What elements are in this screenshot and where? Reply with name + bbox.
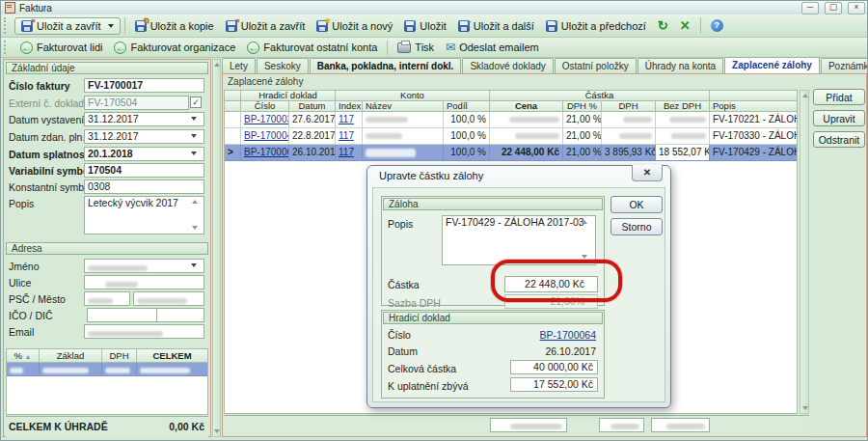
scroll-down-icon[interactable]	[582, 255, 587, 259]
ico-field[interactable]	[87, 308, 158, 322]
col-bez-dph[interactable]: Bez DPH	[656, 101, 710, 111]
edit-button[interactable]: Upravit	[813, 110, 865, 126]
vat-pct-column-header[interactable]: % ▲	[7, 349, 40, 362]
scroll-up-icon[interactable]	[214, 63, 220, 67]
tab-skladove-doklady[interactable]: Skladové doklady	[462, 58, 553, 73]
doc-number-link[interactable]: BP-1700031	[241, 112, 289, 127]
back-arrow-icon: ←	[247, 41, 259, 54]
tab-ostatni-polozky[interactable]: Ostatní položky	[555, 58, 637, 73]
vat-table-row[interactable]	[7, 363, 207, 376]
advances-table-scrollbar[interactable]	[800, 90, 809, 414]
variable-symbol-field[interactable]: 170504	[84, 163, 204, 178]
due-date-combobox[interactable]: 20.1.2018	[84, 147, 204, 161]
account-index-link[interactable]: 117	[336, 112, 363, 127]
scroll-down-icon[interactable]	[802, 406, 808, 410]
chevron-down-icon[interactable]	[191, 152, 197, 155]
close-button[interactable]: ×	[848, 2, 865, 14]
save-next-button[interactable]: → Uložit a další	[452, 18, 540, 34]
print-button[interactable]: Tisk	[392, 40, 440, 55]
col-cislo[interactable]: Číslo	[241, 101, 289, 111]
redacted-value	[88, 298, 113, 304]
external-doc-field[interactable]: FV-170504	[84, 96, 189, 110]
doc-number-link[interactable]: BP-1700046	[241, 128, 289, 144]
toolbar-separator	[124, 17, 125, 34]
city-field[interactable]	[133, 291, 204, 306]
dic-field[interactable]	[156, 308, 204, 322]
col-dph-pct[interactable]: DPH %	[563, 101, 602, 111]
chevron-down-icon[interactable]	[191, 263, 197, 267]
save-and-close-split-button[interactable]: × Uložit a zavřít	[14, 17, 121, 35]
save-next-label: Uložit a další	[474, 20, 534, 32]
invoice-people-button[interactable]: ← Fakturovat lidi	[14, 40, 108, 56]
save-close-icon: ×	[21, 20, 33, 32]
scroll-up-icon[interactable]	[802, 94, 808, 97]
doc-number-link[interactable]: BP-1700064	[540, 329, 596, 341]
tax-date-combobox[interactable]: 31.12.2017	[84, 129, 204, 144]
scroll-down-icon[interactable]	[192, 226, 198, 230]
save-button[interactable]: Uložit	[398, 18, 452, 34]
due-date-label: Datum splatnosti	[9, 149, 91, 160]
account-index-link[interactable]: 117	[336, 128, 363, 144]
scroll-up-icon[interactable]	[192, 200, 198, 204]
cancel-changes-button[interactable]: ✕	[674, 17, 696, 34]
tab-lety[interactable]: Lety	[222, 58, 256, 73]
street-field[interactable]	[84, 275, 204, 289]
title-bar: Faktura ─ ▢ ×	[1, 1, 868, 14]
tab-uhrady-na-konta[interactable]: Úhrady na konta	[637, 58, 723, 73]
save-previous-label: Uložit a předchozí	[561, 20, 646, 32]
minimize-button[interactable]: ─	[801, 2, 819, 14]
col-popis[interactable]: Popis	[710, 101, 797, 111]
send-email-button[interactable]: ✉ Odeslat emailem	[440, 40, 545, 55]
ok-button[interactable]: OK	[610, 196, 663, 213]
advances-table-column-header: Číslo Datum Index Název Podíl Cena DPH %…	[225, 101, 797, 112]
tab-poznamka[interactable]: Poznámka	[821, 58, 868, 73]
save-previous-button[interactable]: ← Uložit a předchozí	[540, 18, 652, 34]
col-nazev[interactable]: Název	[363, 101, 444, 111]
invoice-other-accounts-button[interactable]: ← Fakturovat ostatní konta	[241, 40, 383, 56]
save-copy-button[interactable]: ⧉ Uložit a kopie	[129, 18, 220, 34]
refresh-button[interactable]: ↻	[652, 17, 674, 34]
scroll-down-icon[interactable]	[214, 429, 220, 433]
vat-total-column-header[interactable]: CELKEM	[137, 349, 207, 362]
storno-button[interactable]: Storno	[610, 218, 663, 235]
doc-number-link[interactable]: BP-1700064	[241, 145, 289, 160]
chevron-down-icon[interactable]	[191, 134, 197, 138]
col-dph[interactable]: DPH	[602, 101, 656, 111]
col-podil[interactable]: Podíl	[444, 101, 490, 111]
name-combobox[interactable]	[84, 259, 204, 273]
invoice-organizations-button[interactable]: ← Fakturovat organizace	[108, 40, 241, 56]
remove-button[interactable]: Odstranit	[813, 131, 865, 148]
dialog-vat-rate-label: Sazba DPH	[388, 297, 441, 309]
advance-row[interactable]: BP-1700031 27.6.2017 117 100,0 % 21,00 %…	[225, 112, 797, 128]
constant-symbol-field[interactable]: 0308	[84, 179, 204, 194]
issue-date-combobox[interactable]: 31.12.2017	[84, 112, 204, 126]
account-index-link[interactable]: 117	[336, 145, 363, 160]
scroll-up-icon[interactable]	[582, 220, 587, 224]
left-panel-scrollbar[interactable]	[212, 59, 221, 437]
add-button[interactable]: Přidat	[813, 89, 865, 105]
red-highlight-annotation	[491, 260, 622, 302]
tab-zaplacene-zalohy[interactable]: Zaplacené zálohy	[724, 57, 820, 73]
save-new-button[interactable]: ★ Uložit a nový	[311, 18, 398, 34]
maximize-button[interactable]: ▢	[825, 2, 842, 14]
tab-banka-pokladna[interactable]: Banka, pokladna, interní dokl.	[310, 58, 462, 73]
chevron-down-icon[interactable]	[191, 117, 197, 121]
vat-base-column-header[interactable]: Základ	[40, 349, 102, 362]
save-close-button[interactable]: × Uložit a zavřít	[220, 18, 312, 34]
dialog-desc-textarea[interactable]: FV-170429 - ZÁLOHA 2017-03	[442, 215, 596, 265]
dialog-close-button[interactable]: ✕	[632, 165, 663, 181]
col-index[interactable]: Index	[336, 101, 363, 111]
redacted-value	[666, 424, 705, 429]
description-textarea[interactable]: Letecký výcvik 2017	[84, 196, 204, 234]
col-cena[interactable]: Cena	[490, 101, 563, 111]
col-datum[interactable]: Datum	[289, 101, 336, 111]
advance-row-selected[interactable]: > BP-1700064 26.10.2017 117 100,0 % 22 4…	[225, 145, 797, 161]
tab-seskoky[interactable]: Seskoky	[257, 58, 309, 73]
vat-column-header[interactable]: DPH	[102, 349, 137, 362]
invoice-number-field[interactable]: FV-1700017	[84, 78, 204, 93]
help-button[interactable]: ?	[705, 17, 729, 34]
email-field[interactable]	[84, 324, 204, 339]
advance-row[interactable]: BP-1700046 22.8.2017 117 100,0 % 21,00 %…	[225, 128, 797, 145]
zip-field[interactable]	[84, 291, 130, 306]
external-doc-checkbox[interactable]: ✓	[190, 96, 202, 108]
